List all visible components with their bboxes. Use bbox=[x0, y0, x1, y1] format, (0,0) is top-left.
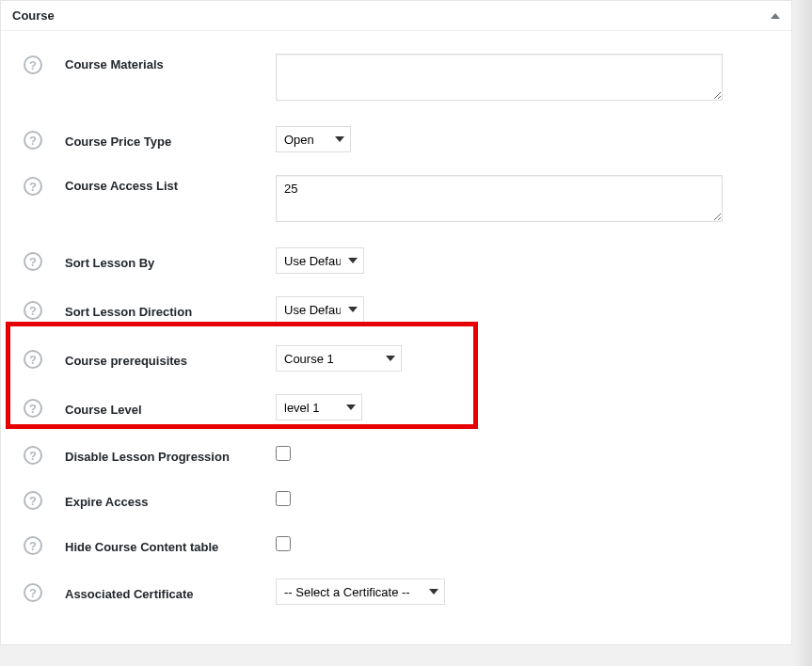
help-icon[interactable]: ? bbox=[24, 252, 42, 271]
panel-title: Course bbox=[12, 8, 55, 23]
hide-course-content-table-checkbox[interactable] bbox=[276, 536, 291, 551]
label-sort-lesson-by: Sort Lesson By bbox=[65, 252, 253, 270]
row-course-access-list: ? Course Access List bbox=[1, 164, 791, 236]
help-icon[interactable]: ? bbox=[24, 583, 42, 602]
row-sort-lesson-by: ? Sort Lesson By Use Default bbox=[1, 236, 791, 285]
expire-access-checkbox[interactable] bbox=[276, 491, 291, 506]
course-settings-panel: Course ? Course Materials ? Course Price… bbox=[0, 0, 792, 645]
course-price-type-select[interactable]: Open bbox=[276, 126, 351, 152]
associated-certificate-select[interactable]: -- Select a Certificate -- bbox=[276, 579, 445, 605]
label-course-level: Course Level bbox=[65, 399, 253, 417]
row-disable-lesson-progression: ? Disable Lesson Progression bbox=[1, 432, 791, 477]
row-course-price-type: ? Course Price Type Open bbox=[1, 115, 791, 164]
row-associated-certificate: ? Associated Certificate -- Select a Cer… bbox=[1, 567, 791, 616]
row-course-materials: ? Course Materials bbox=[1, 42, 791, 115]
panel-body: ? Course Materials ? Course Price Type O… bbox=[1, 31, 791, 644]
label-course-prerequisites: Course prerequisites bbox=[65, 350, 253, 368]
row-expire-access: ? Expire Access bbox=[1, 477, 791, 522]
help-icon[interactable]: ? bbox=[24, 536, 42, 555]
course-prerequisites-select[interactable]: Course 1 bbox=[276, 345, 402, 372]
panel-header[interactable]: Course bbox=[1, 1, 791, 31]
label-expire-access: Expire Access bbox=[65, 491, 253, 509]
help-icon[interactable]: ? bbox=[24, 131, 42, 150]
help-icon[interactable]: ? bbox=[24, 399, 42, 418]
help-icon[interactable]: ? bbox=[24, 446, 42, 465]
disable-lesson-progression-checkbox[interactable] bbox=[276, 446, 291, 461]
label-sort-lesson-direction: Sort Lesson Direction bbox=[65, 301, 253, 319]
row-sort-lesson-direction: ? Sort Lesson Direction Use Default bbox=[1, 285, 791, 334]
collapse-caret-icon bbox=[771, 13, 780, 19]
row-course-prerequisites: ? Course prerequisites Course 1 bbox=[1, 334, 791, 383]
course-level-select[interactable]: level 1 bbox=[276, 394, 362, 420]
help-icon[interactable]: ? bbox=[24, 350, 42, 369]
sort-lesson-by-select[interactable]: Use Default bbox=[276, 247, 364, 274]
sort-lesson-direction-select[interactable]: Use Default bbox=[276, 296, 364, 323]
help-icon[interactable]: ? bbox=[24, 301, 42, 320]
course-materials-textarea[interactable] bbox=[276, 54, 723, 101]
label-course-price-type: Course Price Type bbox=[65, 131, 253, 149]
help-icon[interactable]: ? bbox=[24, 177, 42, 196]
course-access-list-textarea[interactable] bbox=[276, 175, 723, 222]
right-shadow-decor bbox=[793, 0, 812, 666]
help-icon[interactable]: ? bbox=[24, 491, 42, 510]
row-course-level: ? Course Level level 1 bbox=[1, 383, 791, 432]
help-icon[interactable]: ? bbox=[24, 56, 42, 74]
row-hide-course-content-table: ? Hide Course Content table bbox=[1, 522, 791, 567]
label-course-materials: Course Materials bbox=[65, 54, 253, 71]
label-disable-lesson-progression: Disable Lesson Progression bbox=[65, 446, 253, 464]
label-associated-certificate: Associated Certificate bbox=[65, 583, 253, 601]
label-course-access-list: Course Access List bbox=[65, 175, 253, 193]
label-hide-course-content-table: Hide Course Content table bbox=[65, 536, 253, 554]
